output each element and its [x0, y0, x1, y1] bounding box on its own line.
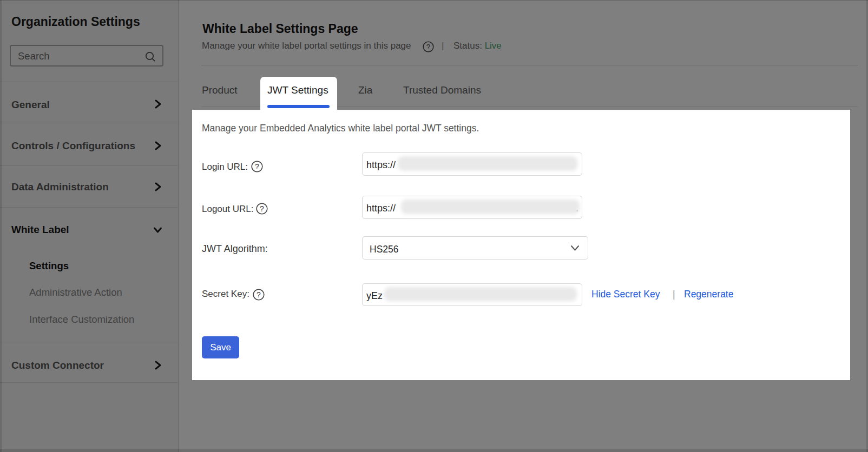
svg-text:?: ? [255, 162, 259, 171]
svg-text:?: ? [260, 204, 264, 213]
svg-text:?: ? [257, 290, 261, 299]
